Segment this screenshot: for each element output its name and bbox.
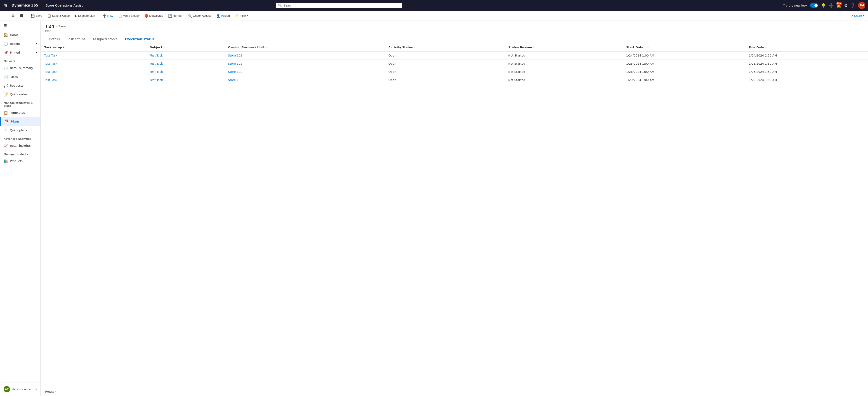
try-new-look-toggle[interactable] [810, 3, 818, 8]
share-dropdown-icon: ▾ [863, 14, 864, 17]
table-area: Task setup ▼ ⌄ Subject ⌄ [41, 43, 868, 387]
col-subject[interactable]: Subject ⌄ [146, 43, 224, 52]
cell-subject: Test Task [146, 52, 224, 60]
sidebar-item-retail-summary[interactable]: 📊 Retail summary [0, 63, 40, 72]
sidebar-item-pinned[interactable]: 📌 Pinned ▾ [0, 48, 40, 57]
sidebar-item-plans[interactable]: 📅 Plans [0, 117, 40, 126]
save-close-button[interactable]: 📋 Save & Close [45, 13, 72, 19]
col-status-reason[interactable]: Status Reason ⌄ [505, 43, 622, 52]
sidebar-item-templates[interactable]: 📋 Templates [0, 108, 40, 117]
lightbulb-icon[interactable]: 💡 [821, 3, 826, 8]
sidebar-item-home[interactable]: 🏠 Home [0, 31, 40, 39]
sidebar-item-retail-insights[interactable]: 📈 Retail insights [0, 141, 40, 150]
col-activity-status[interactable]: Activity Status ⌄ [385, 43, 504, 52]
plus-icon[interactable]: ➕ [829, 3, 834, 8]
task-setup-link[interactable]: Test Task [44, 78, 57, 82]
assign-button[interactable]: 👤 Assign [214, 13, 232, 19]
waffle-menu[interactable]: ⊞ [3, 2, 8, 9]
task-setup-link[interactable]: Test Task [44, 62, 57, 65]
execute-plan-button[interactable]: ▶ Execute plan [72, 13, 97, 19]
execution-status-table: Task setup ▼ ⌄ Subject ⌄ [41, 43, 868, 84]
subject-link[interactable]: Test Task [150, 54, 163, 57]
cell-due-date: 1/25/2024 1:30 AM [745, 60, 868, 68]
cell-status-reason: Not Started [505, 60, 622, 68]
sidebar-toggle[interactable]: ☰ [0, 21, 40, 31]
plans-icon: 📅 [4, 119, 8, 124]
cell-task-setup: Test Task [41, 60, 146, 68]
sidebar-item-quick-notes[interactable]: 📝 Quick notes [0, 90, 40, 99]
save-button[interactable]: 💾 Save [29, 13, 44, 19]
sidebar-item-quick-plans[interactable]: ⚡ Quick plans [0, 126, 40, 135]
tab-assigned-stores[interactable]: Assigned stores [89, 35, 121, 43]
record-header: T24 - Saved Plan Details Task setups Ass… [41, 21, 868, 43]
search-box[interactable]: 🔍 [276, 3, 402, 8]
flow-button[interactable]: ⚡ Flow ▾ [232, 13, 250, 19]
make-copy-button[interactable]: 📄 Make a copy [116, 13, 142, 19]
pin-icon: ⬛ [20, 14, 23, 18]
tasks-icon: 📄 [4, 74, 8, 79]
sidebar-item-recent[interactable]: 🕐 Recent ▾ [0, 39, 40, 48]
cell-start-date: 1/29/2024 1:00 AM [622, 76, 745, 84]
settings-icon[interactable]: ⚙️ [844, 3, 848, 8]
action-center-avatar: AC [4, 386, 10, 392]
table-body: Test Task Test Task Store 102 Open Not S… [41, 52, 868, 84]
col-task-setup[interactable]: Task setup ▼ ⌄ [41, 43, 146, 52]
list-view-button[interactable]: ☰ [10, 13, 17, 19]
user-avatar[interactable]: SM [858, 2, 865, 9]
action-center-label: Action center [12, 388, 32, 391]
record-tabs: Details Task setups Assigned stores Exec… [45, 35, 864, 43]
record-title: T24 [45, 24, 55, 29]
cell-status-reason: Not Started [505, 52, 622, 60]
sidebar-item-label: Products [10, 159, 23, 163]
copy-icon: 📄 [118, 14, 122, 18]
tab-task-setups[interactable]: Task setups [64, 35, 89, 43]
sidebar-item-action-center[interactable]: AC Action center ◇ [0, 384, 40, 394]
pin-button[interactable]: ⬛ [18, 13, 26, 19]
obu-link[interactable]: Store 102 [228, 78, 242, 82]
obu-link[interactable]: Store 102 [228, 70, 242, 73]
cell-activity-status: Open [385, 60, 504, 68]
share-button[interactable]: ↗ Share ▾ [848, 13, 866, 19]
refresh-button[interactable]: 🔄 Refresh [166, 13, 186, 19]
task-setup-link[interactable]: Test Task [44, 54, 57, 57]
col-owning-business-unit[interactable]: Owning Business Unit ⌄ [224, 43, 385, 52]
cell-start-date: 1/25/2024 1:00 AM [622, 60, 745, 68]
tab-execution-status[interactable]: Execution status [121, 35, 158, 43]
help-icon[interactable]: ❓ [850, 3, 855, 8]
save-icon: 💾 [31, 14, 35, 18]
new-button[interactable]: ➕ New [100, 13, 116, 19]
requests-icon: 💬 [4, 83, 8, 88]
col-due-date[interactable]: Due Date ⌄ [745, 43, 868, 52]
cell-subject: Test Task [146, 68, 224, 76]
status-reason-sort-icon: ⌄ [533, 46, 535, 49]
task-setup-link[interactable]: Test Task [44, 70, 57, 73]
analytics-section-label: Advanced analytics [0, 135, 40, 141]
module-name: Store Operations Assist [44, 4, 85, 7]
notification-bell[interactable]: 🔔 99+ [836, 3, 841, 8]
tab-details[interactable]: Details [45, 35, 64, 43]
obu-link[interactable]: Store 102 [228, 62, 242, 65]
sidebar-item-products[interactable]: 🛍️ Products [0, 157, 40, 165]
sidebar-item-requests[interactable]: 💬 Requests [0, 81, 40, 90]
cell-owning-business-unit: Store 102 [224, 76, 385, 84]
pinned-expand-icon: ▾ [36, 51, 37, 54]
obu-link[interactable]: Store 102 [228, 54, 242, 57]
back-button[interactable]: ← [2, 13, 9, 19]
more-button[interactable]: ⋯ [250, 13, 258, 19]
subject-link[interactable]: Test Task [150, 78, 163, 82]
search-input[interactable] [283, 4, 400, 7]
deactivate-button[interactable]: ⛔ Deactivate [142, 13, 165, 19]
cell-owning-business-unit: Store 102 [224, 68, 385, 76]
products-icon: 🛍️ [4, 159, 8, 163]
subject-link[interactable]: Test Task [150, 70, 163, 73]
check-access-button[interactable]: 🔍 Check Access [186, 13, 214, 19]
sidebar-item-label: Plans [11, 120, 20, 123]
cell-due-date: 1/29/2024 1:30 AM [745, 76, 868, 84]
my-work-section-label: My work [0, 57, 40, 63]
new-icon: ➕ [103, 14, 106, 18]
subject-link[interactable]: Test Task [150, 62, 163, 65]
assign-icon: 👤 [216, 14, 220, 18]
cell-due-date: 1/26/2024 1:30 AM [745, 68, 868, 76]
sidebar-item-tasks[interactable]: 📄 Tasks [0, 72, 40, 81]
col-start-date[interactable]: Start Date ↑ ⌄ [622, 43, 745, 52]
